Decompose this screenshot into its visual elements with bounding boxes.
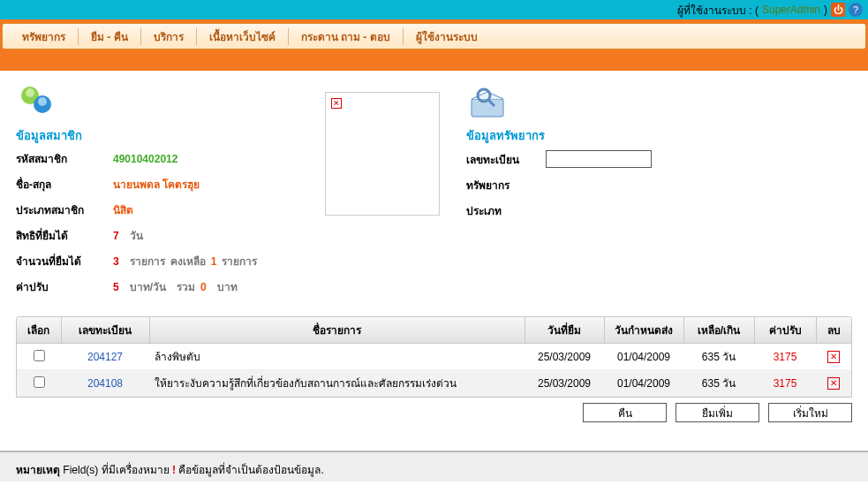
table-header-row: เลือก เลขทะเบียน ชื่อรายการ วันที่ยืม วั… [17,317,851,344]
label-fine: ค่าปรับ [16,278,113,295]
reg-input[interactable] [546,150,652,168]
label-member-id: รหัสสมาชิก [16,150,113,167]
cell-over: 635 วัน [683,370,754,397]
delete-icon[interactable]: ✕ [827,377,840,390]
topbar-close-paren: ) [824,4,827,16]
delete-icon[interactable]: ✕ [827,351,840,363]
th-reg: เลขทะเบียน [61,317,149,344]
fine-total-label: รวม [177,278,195,295]
member-title: ข้อมูลสมาชิก [16,126,309,145]
row-checkbox[interactable] [34,350,45,361]
cell-fine: 3175 [754,370,816,397]
cell-fine: 3175 [754,344,816,370]
table-row: 204108 ให้ยาระงับความรู้สึกที่เกี่ยวข้อง… [17,370,851,397]
label-rights: สิทธิที่ยืมได้ [16,227,113,244]
member-type: นิสิต [113,201,133,218]
table-row: 204127 ล้างพิษตับ 25/03/2009 01/04/2009 … [17,344,851,370]
cell-title: ล้างพิษตับ [149,344,525,370]
count-unit1: รายการ [130,253,165,269]
th-select: เลือก [17,317,61,344]
button-row: คืน ยืมเพิ่ม เริ่มใหม่ [16,403,852,422]
count-unit2: รายการ [222,253,257,269]
fine-total-unit: บาท [217,278,238,295]
note-label: หมายเหตุ [16,464,60,476]
fine-unit: บาท/วัน [130,278,166,295]
resource-title: ข้อมูลทรัพยากร [466,126,852,145]
cell-reg[interactable]: 204108 [61,370,149,397]
menu-website[interactable]: เนื้อหาเว็บไซค์ [197,28,289,45]
help-icon[interactable]: ? [849,3,863,17]
th-title: ชื่อรายการ [149,317,525,344]
count-remain-num: 1 [211,255,217,268]
borrow-table: เลือก เลขทะเบียน ชื่อรายการ วันที่ยืม วั… [16,316,852,398]
topbar-label: ผู้ที่ใช้งานระบบ : ( [677,2,759,19]
svg-point-2 [26,88,34,97]
label-member-name: ชื่อ-สกุล [16,176,113,193]
restart-button[interactable]: เริ่มใหม่ [768,403,852,422]
cell-title: ให้ยาระงับความรู้สึกที่เกี่ยวข้องกับสถาน… [149,370,525,397]
member-name: นายนพดล โคตรฮุย [113,176,200,193]
th-delete: ลบ [816,317,851,344]
note-text1: Field(s) ที่มีเครื่องหมาย [63,464,169,476]
row-checkbox[interactable] [34,376,45,388]
users-icon [16,81,58,124]
book-search-icon [466,81,509,124]
rights-num: 7 [113,230,119,242]
note-text2: คือข้อมูลที่จำเป็นต้องป้อนข้อมูล. [178,464,323,476]
content-area: ข้อมูลสมาชิก รหัสสมาชิก49010402012 ชื่อ-… [0,71,868,426]
th-fine: ค่าปรับ [754,317,816,344]
menu-users[interactable]: ผู้ใช้งานระบบ [404,28,490,45]
photo-placeholder: ✕ [325,92,440,216]
borrow-more-button[interactable]: ยืมเพิ่ม [676,403,759,422]
label-type: ประเภท [466,202,546,219]
fine-total-num: 0 [200,281,207,293]
member-id: 49010402012 [113,153,177,165]
label-count: จำนวนที่ยืมได้ [16,253,113,269]
label-reg: เลขทะเบียน [466,151,546,168]
cell-reg[interactable]: 204127 [61,344,149,370]
orange-header: ทรัพยากร ยืม - คืน บริการ เนื้อหาเว็บไซค… [0,19,868,71]
label-member-type: ประเภทสมาชิก [16,201,113,218]
th-borrow: วันที่ยืม [525,317,604,344]
cell-over: 635 วัน [683,344,754,370]
cell-borrow: 25/03/2009 [525,370,604,397]
rights-unit: วัน [130,227,143,244]
power-icon[interactable]: ⏻ [831,3,845,17]
menu-board[interactable]: กระดาน ถาม - ตอบ [289,28,404,45]
note-mark: ! [172,464,176,476]
svg-point-3 [38,97,47,106]
menu-borrow-return[interactable]: ยืม - คืน [79,28,141,45]
menu-resources[interactable]: ทรัพยากร [10,28,79,45]
count-num: 3 [113,255,119,268]
note-area: หมายเหตุ Field(s) ที่มีเครื่องหมาย ! คือ… [0,451,868,482]
th-due: วันกำหนดส่ง [604,317,683,344]
menu-services[interactable]: บริการ [141,28,197,45]
label-res: ทรัพยากร [466,177,546,193]
cell-due: 01/04/2009 [604,344,683,370]
count-remain-label: คงเหลือ [170,253,206,269]
cell-due: 01/04/2009 [604,370,683,397]
top-bar: ผู้ที่ใช้งานระบบ : ( SuperAdmin ) ⏻ ? [0,0,868,19]
main-menu: ทรัพยากร ยืม - คืน บริการ เนื้อหาเว็บไซค… [2,23,866,49]
broken-image-icon: ✕ [331,98,342,109]
th-over: เหลือ/เกิน [683,317,754,344]
footer: AuNJi Project A3 Webmaster ,LC@rmu. [0,482,868,493]
return-button[interactable]: คืน [583,403,667,422]
fine-num: 5 [113,281,119,293]
topbar-user: SuperAdmin [762,4,820,16]
cell-borrow: 25/03/2009 [525,344,604,370]
